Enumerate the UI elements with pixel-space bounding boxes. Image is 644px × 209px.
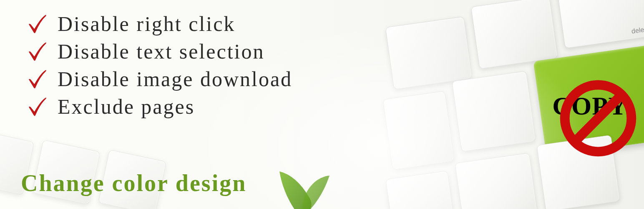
feature-text: Disable text selection <box>58 39 264 64</box>
svg-line-1 <box>576 96 620 140</box>
checkmark-icon <box>25 12 48 36</box>
feature-item: Exclude pages <box>25 94 292 119</box>
leaf-decor-icon <box>259 155 342 209</box>
feature-item: Disable text selection <box>25 39 292 64</box>
checkmark-icon <box>25 67 48 91</box>
feature-item: Disable image download <box>25 67 292 91</box>
checkmark-icon <box>25 40 48 63</box>
checkmark-icon <box>25 95 48 118</box>
feature-text: Disable image download <box>58 67 292 91</box>
key-label-delete: delete <box>631 25 644 35</box>
feature-list: Disable right click Disable text selecti… <box>25 12 292 122</box>
tagline: Change color design <box>21 170 247 196</box>
feature-text: Exclude pages <box>58 94 195 119</box>
prohibit-icon <box>558 79 638 158</box>
feature-text: Disable right click <box>58 12 235 36</box>
promo-banner: delete む COPY Disable rig <box>0 0 644 209</box>
feature-item: Disable right click <box>25 12 292 36</box>
